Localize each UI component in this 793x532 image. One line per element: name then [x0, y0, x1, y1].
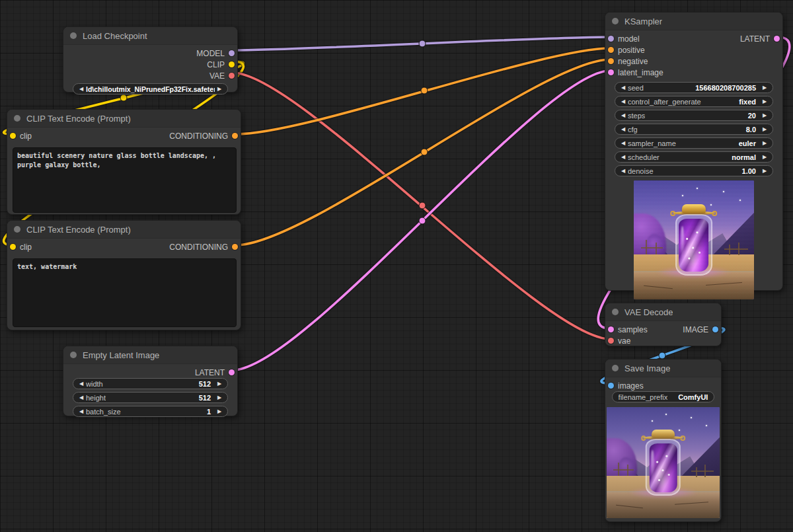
bottle-cap — [652, 430, 674, 438]
glass-highlight — [651, 450, 654, 480]
images-input-port[interactable] — [608, 383, 614, 389]
bottle-glass — [646, 439, 681, 496]
empty-latent-image-node[interactable]: Empty Latent Image LATENT ◀ width 512 ▶ … — [63, 346, 238, 416]
decrement-arrow-icon[interactable]: ◀ — [77, 395, 86, 400]
decrement-arrow-icon[interactable]: ◀ — [619, 113, 628, 118]
node-title-bar[interactable]: Save Image — [605, 360, 721, 377]
control-after-generate-widget[interactable]: ◀ control_after_generate fixed ▶ — [615, 96, 773, 107]
decrement-arrow-icon[interactable]: ◀ — [77, 381, 86, 387]
scheduler-widget[interactable]: ◀ scheduler normal ▶ — [615, 151, 773, 163]
positive-input-port[interactable] — [608, 47, 614, 53]
increment-arrow-icon[interactable]: ▶ — [215, 381, 224, 387]
collapse-dot-icon[interactable] — [70, 352, 77, 358]
clip-text-encode-positive-node[interactable]: CLIP Text Encode (Prompt) clip CONDITION… — [7, 109, 241, 215]
collapse-dot-icon[interactable] — [14, 115, 20, 122]
decrement-arrow-icon[interactable]: ◀ — [619, 169, 628, 174]
increment-arrow-icon[interactable]: ▶ — [760, 169, 769, 174]
port-row: negative — [605, 56, 782, 67]
latent-output-port[interactable] — [774, 36, 780, 42]
wire-positive-conditioning — [236, 48, 610, 134]
clip-text-encode-negative-node[interactable]: CLIP Text Encode (Prompt) clip CONDITION… — [7, 220, 241, 330]
node-graph-canvas[interactable]: Load Checkpoint MODEL CLIP VAE — [0, 0, 793, 532]
clip-input-port[interactable] — [10, 244, 16, 250]
batch-size-widget[interactable]: ◀ batch_size 1 ▶ — [73, 406, 228, 417]
ckpt-name-value: ld\chilloutmix_NiPrunedFp32Fix.safetenso… — [86, 85, 215, 93]
denoise-widget[interactable]: ◀ denoise 1.00 ▶ — [615, 165, 773, 176]
filename-prefix-widget[interactable]: filename_prefix ComfyUI — [612, 391, 714, 402]
widget-value: 1.00 — [738, 167, 760, 175]
sampler-name-widget[interactable]: ◀ sampler_name euler ▶ — [615, 137, 773, 149]
cfg-widget[interactable]: ◀ cfg 8.0 ▶ — [615, 124, 773, 135]
save-image-node[interactable]: Save Image images filename_prefix ComfyU… — [605, 359, 722, 522]
next-option-arrow-icon[interactable]: ▶ — [760, 141, 769, 146]
increment-arrow-icon[interactable]: ▶ — [760, 85, 769, 91]
conditioning-output-port[interactable] — [232, 244, 238, 250]
increment-arrow-icon[interactable]: ▶ — [760, 113, 769, 118]
steps-widget[interactable]: ◀ steps 20 ▶ — [615, 110, 773, 121]
node-title-bar[interactable]: CLIP Text Encode (Prompt) — [7, 110, 241, 128]
collapse-dot-icon[interactable] — [612, 309, 619, 315]
wire-vae-to-vae-decode — [233, 73, 610, 339]
wire-empty-latent-to-ksampler — [233, 71, 610, 370]
input-label: latent_image — [618, 68, 663, 77]
collapse-dot-icon[interactable] — [70, 32, 77, 39]
widget-value: 512 — [195, 394, 215, 402]
next-option-arrow-icon[interactable]: ▶ — [215, 87, 224, 92]
input-label: samples — [618, 325, 648, 334]
prev-option-arrow-icon[interactable]: ◀ — [619, 99, 628, 104]
samples-input-port[interactable] — [608, 326, 614, 332]
prev-option-arrow-icon[interactable]: ◀ — [77, 87, 86, 92]
image-output-port[interactable] — [712, 326, 718, 332]
widget-value: 156680208700285 — [691, 84, 760, 92]
height-widget[interactable]: ◀ height 512 ▶ — [73, 392, 228, 403]
port-row: samples IMAGE — [605, 324, 721, 335]
collapse-dot-icon[interactable] — [14, 226, 20, 233]
width-widget[interactable]: ◀ width 512 ▶ — [73, 378, 228, 389]
node-title: Load Checkpoint — [83, 31, 147, 41]
collapse-dot-icon[interactable] — [612, 365, 619, 371]
next-option-arrow-icon[interactable]: ▶ — [760, 155, 769, 160]
widget-label: height — [86, 394, 106, 402]
model-output-port[interactable] — [229, 50, 235, 56]
prev-option-arrow-icon[interactable]: ◀ — [619, 141, 628, 146]
input-label: vae — [618, 336, 630, 346]
collapse-dot-icon[interactable] — [612, 18, 619, 24]
conditioning-output-port[interactable] — [232, 133, 238, 139]
input-label: clip — [20, 243, 32, 252]
clip-input-port[interactable] — [10, 133, 16, 139]
ckpt-name-combo-widget[interactable]: ◀ ld\chilloutmix_NiPrunedFp32Fix.safeten… — [73, 83, 228, 95]
ksampler-node[interactable]: KSampler model LATENT positive — [605, 12, 783, 291]
negative-input-port[interactable] — [608, 58, 614, 64]
increment-arrow-icon[interactable]: ▶ — [215, 395, 224, 400]
vae-decode-node[interactable]: VAE Decode samples IMAGE vae — [605, 303, 722, 346]
decrement-arrow-icon[interactable]: ◀ — [619, 85, 628, 91]
node-title-bar[interactable]: Empty Latent Image — [63, 346, 237, 364]
vae-output-port[interactable] — [229, 73, 235, 79]
seed-widget[interactable]: ◀ seed 156680208700285 ▶ — [615, 82, 773, 93]
positive-prompt-textarea[interactable]: beautiful scenery nature glass bottle la… — [13, 147, 237, 213]
latent-image-input-port[interactable] — [608, 69, 614, 75]
node-title: KSampler — [624, 17, 662, 26]
output-row: CLIP — [63, 59, 237, 70]
node-title-bar[interactable]: CLIP Text Encode (Prompt) — [7, 221, 241, 239]
widget-value: 20 — [744, 112, 760, 120]
vae-input-port[interactable] — [608, 338, 614, 344]
widget-value: ComfyUI — [678, 393, 708, 401]
prev-option-arrow-icon[interactable]: ◀ — [619, 155, 628, 160]
clip-output-port[interactable] — [229, 61, 235, 67]
node-title-bar[interactable]: VAE Decode — [605, 303, 721, 321]
node-title-bar[interactable]: KSampler — [605, 13, 782, 30]
widget-value: 8.0 — [742, 126, 760, 133]
decrement-arrow-icon[interactable]: ◀ — [619, 127, 628, 132]
output-row: VAE — [63, 70, 237, 81]
model-input-port[interactable] — [608, 36, 614, 42]
output-label: LATENT — [740, 34, 770, 44]
next-option-arrow-icon[interactable]: ▶ — [760, 99, 769, 104]
decrement-arrow-icon[interactable]: ◀ — [77, 409, 86, 414]
node-title-bar[interactable]: Load Checkpoint — [63, 27, 237, 45]
load-checkpoint-node[interactable]: Load Checkpoint MODEL CLIP VAE — [63, 26, 238, 93]
increment-arrow-icon[interactable]: ▶ — [760, 127, 769, 132]
negative-prompt-textarea[interactable]: text, watermark — [13, 258, 237, 327]
latent-output-port[interactable] — [229, 369, 235, 375]
increment-arrow-icon[interactable]: ▶ — [215, 409, 224, 414]
